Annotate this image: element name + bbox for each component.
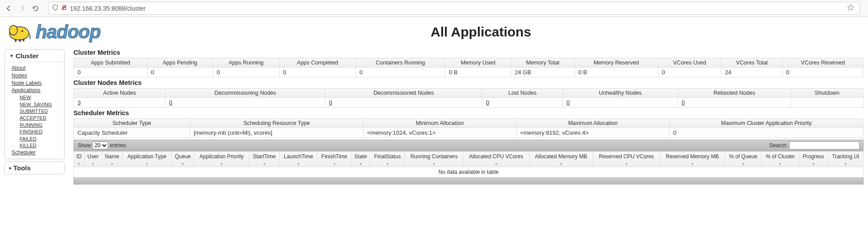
col-alloc-mem[interactable]: Allocated Memory MB♦ xyxy=(529,152,593,167)
col-rebooted-nodes: Rebooted Nodes xyxy=(678,88,791,98)
val-memory-total: 24 GB xyxy=(511,68,575,77)
sort-icon: ♦ xyxy=(111,163,113,165)
col-max-alloc: Maximum Allocation xyxy=(516,119,669,128)
col-unhealthy-nodes: Unhealthy Nodes xyxy=(563,88,678,98)
entries-label: entries xyxy=(110,142,126,149)
link-decommissioned[interactable]: 0 xyxy=(329,99,332,106)
sort-icon: ♦ xyxy=(692,163,693,165)
sort-icon: ♦ xyxy=(92,163,94,165)
val-memory-used: 0 B xyxy=(445,68,511,77)
sidebar-cluster-toggle[interactable]: ▼Cluster xyxy=(5,50,64,62)
col-final-status[interactable]: FinalStatus♦ xyxy=(370,152,405,167)
link-rebooted[interactable]: 0 xyxy=(682,99,685,106)
col-name[interactable]: Name♦ xyxy=(102,152,122,167)
sidebar-tools-toggle[interactable]: ▸Tools xyxy=(5,162,64,174)
table-row: 3 0 0 0 0 0 xyxy=(74,98,864,108)
col-tracking-ui[interactable]: Tracking UI♦ xyxy=(828,152,864,167)
sidebar-link-accepted[interactable]: ACCEPTED xyxy=(20,115,57,121)
hadoop-logo[interactable]: hadoop xyxy=(7,21,101,43)
val-max-priority: 0 xyxy=(669,128,863,138)
link-lost[interactable]: 0 xyxy=(486,99,489,106)
col-memory-reserved: Memory Reserved xyxy=(575,58,658,68)
col-finish-time[interactable]: FinishTime♦ xyxy=(318,152,351,167)
sort-icon: ♦ xyxy=(560,163,562,165)
sidebar-link-killed[interactable]: KILLED xyxy=(20,142,57,149)
sort-icon: ♦ xyxy=(263,163,265,165)
col-start-time[interactable]: StartTime♦ xyxy=(249,152,280,167)
sidebar-link-new[interactable]: NEW xyxy=(20,94,57,101)
col-reserved-mem[interactable]: Reserved Memory MB♦ xyxy=(660,152,725,167)
col-queue[interactable]: Queue♦ xyxy=(171,152,194,167)
sidebar-link-finished[interactable]: FINISHED xyxy=(20,129,57,135)
logo-text: hadoop xyxy=(36,21,101,43)
col-reserved-cpu[interactable]: Reserved CPU VCores♦ xyxy=(593,152,660,167)
col-apps-running: Apps Running xyxy=(213,58,279,68)
scheduler-metrics-table: Scheduler Type Scheduling Resource Type … xyxy=(73,118,864,138)
col-memory-total: Memory Total xyxy=(511,58,575,68)
sort-icon: ♦ xyxy=(742,163,744,165)
bookmark-star-icon[interactable] xyxy=(847,4,856,12)
url-bar[interactable] xyxy=(48,2,860,15)
sidebar-link-about[interactable]: About xyxy=(12,64,57,72)
col-running-containers[interactable]: Running Containers♦ xyxy=(405,152,463,167)
sidebar-cluster-label: Cluster xyxy=(16,52,39,60)
sidebar-tools-panel: ▸Tools xyxy=(4,161,65,174)
sidebar-link-nodes[interactable]: Nodes xyxy=(12,72,57,80)
search-input[interactable] xyxy=(789,141,860,149)
col-id[interactable]: ID▾ xyxy=(74,152,85,167)
col-launch-time[interactable]: LaunchTime♦ xyxy=(280,152,318,167)
page-size-select[interactable]: 20 xyxy=(92,141,108,149)
forward-button[interactable] xyxy=(17,3,28,14)
link-decommissioning[interactable]: 0 xyxy=(169,99,172,106)
sort-icon: ♦ xyxy=(433,163,435,165)
sidebar-link-submitted[interactable]: SUBMITTED xyxy=(20,108,57,115)
col-user[interactable]: User♦ xyxy=(84,152,102,167)
val-containers-running: 0 xyxy=(356,68,445,77)
col-active-nodes: Active Nodes xyxy=(74,88,166,98)
link-unhealthy[interactable]: 0 xyxy=(566,99,570,106)
scheduler-metrics-title: Scheduler Metrics xyxy=(73,109,864,116)
val-max-alloc: <memory:8192, vCores:4> xyxy=(516,128,669,138)
col-progress[interactable]: Progress♦ xyxy=(799,152,828,167)
col-pct-cluster[interactable]: % of Cluster♦ xyxy=(762,152,799,167)
sidebar-link-scheduler[interactable]: Scheduler xyxy=(12,149,57,157)
sidebar-link-new-saving[interactable]: NEW_SAVING xyxy=(20,101,57,108)
applications-table: ID▾ User♦ Name♦ Application Type♦ Queue♦… xyxy=(73,151,864,177)
col-app-type[interactable]: Application Type♦ xyxy=(122,152,171,167)
sidebar-link-applications[interactable]: Applications xyxy=(12,87,57,94)
svg-point-4 xyxy=(21,30,23,32)
sort-icon: ♦ xyxy=(334,163,335,165)
col-min-alloc: Minimum Allocation xyxy=(363,119,517,128)
nodes-metrics-table: Active Nodes Decommissioning Nodes Decom… xyxy=(73,88,864,108)
no-data-message: No data available in table xyxy=(74,167,864,177)
col-state[interactable]: State♦ xyxy=(351,152,370,167)
sort-icon: ♦ xyxy=(297,163,299,165)
sidebar-link-running[interactable]: RUNNING xyxy=(20,122,57,129)
sidebar-link-failed[interactable]: FAILED xyxy=(20,136,57,142)
datatable-controls: Show 20 entries Search: xyxy=(73,140,864,151)
sidebar-tools-label: Tools xyxy=(13,164,31,172)
page-header: hadoop All Applications xyxy=(0,17,868,47)
col-alloc-cpu[interactable]: Allocated CPU VCores♦ xyxy=(463,152,529,167)
col-pct-queue[interactable]: % of Queue♦ xyxy=(725,152,762,167)
col-app-priority[interactable]: Application Priority♦ xyxy=(194,152,249,167)
sort-icon: ♦ xyxy=(779,163,781,165)
table-row: 0 0 0 0 0 0 B 24 GB 0 B 0 24 0 xyxy=(74,68,864,77)
sort-icon: ♦ xyxy=(146,163,148,165)
link-active-nodes[interactable]: 3 xyxy=(77,99,81,106)
col-containers-running: Containers Running xyxy=(356,58,445,68)
browser-toolbar xyxy=(0,0,868,17)
insecure-lock-icon xyxy=(61,4,67,12)
val-apps-running: 0 xyxy=(213,68,279,77)
col-max-priority: Maximum Cluster Application Priority xyxy=(669,119,863,128)
col-apps-completed: Apps Completed xyxy=(279,58,356,68)
col-resource-type: Scheduling Resource Type xyxy=(190,119,363,128)
url-input[interactable] xyxy=(70,5,844,12)
sidebar-link-node-labels[interactable]: Node Labels xyxy=(12,80,57,87)
caret-right-icon: ▸ xyxy=(9,165,12,170)
svg-point-3 xyxy=(9,25,17,35)
reload-button[interactable] xyxy=(30,3,41,14)
elephant-icon xyxy=(7,22,33,42)
cluster-metrics-title: Cluster Metrics xyxy=(73,49,864,56)
back-button[interactable] xyxy=(4,3,14,14)
